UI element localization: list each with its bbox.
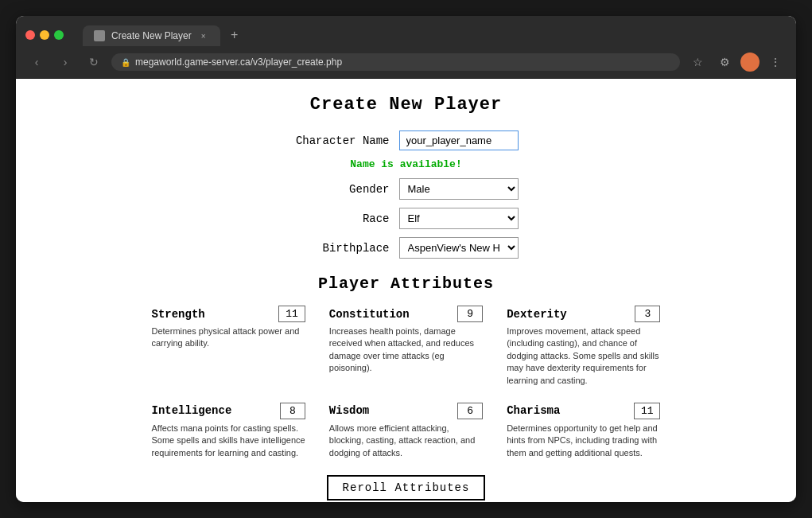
gender-select[interactable]: Male Female — [399, 178, 519, 200]
page-title: Create New Player — [83, 95, 729, 115]
attribute-name-wisdom: Wisdom — [329, 404, 369, 417]
address-text: megaworld.game-server.ca/v3/player_creat… — [135, 56, 342, 68]
form-section: Character Name Name is available! Gender… — [83, 130, 729, 259]
address-bar[interactable]: 🔒 megaworld.game-server.ca/v3/player_cre… — [111, 53, 680, 71]
forward-button[interactable]: › — [54, 51, 76, 73]
tab-close-button[interactable]: × — [198, 30, 209, 41]
attribute-header-dexterity: Dexterity 3 — [507, 306, 660, 322]
minimize-traffic-light[interactable] — [40, 30, 49, 40]
menu-button[interactable]: ⋮ — [764, 51, 787, 73]
attribute-value-dexterity: 3 — [635, 306, 660, 322]
browser-chrome: Create New Player × + ‹ › ↻ 🔒 megaworld.… — [16, 16, 796, 79]
attribute-header-strength: Strength 11 — [152, 306, 305, 322]
attribute-block-constitution: Constitution 9 Increases health points, … — [329, 306, 483, 387]
attribute-value-strength: 11 — [278, 306, 305, 322]
birthplace-label: Birthplace — [294, 242, 390, 255]
attribute-desc-wisdom: Allows more efficient attacking, blockin… — [329, 423, 483, 459]
race-select[interactable]: Human Elf Dwarf Orc — [399, 208, 519, 229]
attribute-desc-constitution: Increases health points, damage received… — [329, 325, 483, 375]
browser-window: Create New Player × + ‹ › ↻ 🔒 megaworld.… — [16, 16, 796, 502]
attribute-value-wisdom: 6 — [457, 403, 483, 419]
attribute-name-constitution: Constitution — [329, 308, 410, 321]
reload-button[interactable]: ↻ — [83, 51, 105, 73]
buttons-section: Reroll Attributes ⚄⚄ Next --> — [83, 475, 729, 502]
attribute-name-strength: Strength — [152, 308, 205, 321]
attribute-desc-dexterity: Improves movement, attack speed (includi… — [507, 325, 660, 387]
attribute-desc-charisma: Determines opportunity to get help and h… — [507, 423, 660, 459]
gender-row: Gender Male Female — [83, 178, 729, 200]
browser-outer: Create New Player × + ‹ › ↻ 🔒 megaworld.… — [0, 0, 812, 518]
attribute-block-charisma: Charisma 11 Determines opportunity to ge… — [507, 403, 660, 459]
attribute-desc-strength: Determines physical attack power and car… — [152, 325, 305, 350]
attribute-value-charisma: 11 — [634, 403, 661, 419]
attribute-name-intelligence: Intelligence — [152, 404, 232, 417]
gender-label: Gender — [294, 183, 390, 196]
attribute-header-constitution: Constitution 9 — [329, 306, 483, 322]
birthplace-row: Birthplace AspenView's New Her… — [83, 237, 729, 259]
attribute-name-dexterity: Dexterity — [507, 308, 567, 321]
tab-bar: Create New Player × + — [83, 24, 787, 46]
attribute-block-wisdom: Wisdom 6 Allows more efficient attacking… — [329, 403, 483, 459]
attribute-header-intelligence: Intelligence 8 — [152, 403, 305, 419]
reroll-attributes-button[interactable]: Reroll Attributes — [327, 475, 486, 500]
traffic-lights — [25, 30, 64, 40]
extensions-button[interactable]: ⚙ — [713, 51, 736, 73]
attribute-value-constitution: 9 — [457, 306, 483, 322]
page-content: Create New Player Character Name Name is… — [51, 79, 761, 502]
lock-icon: 🔒 — [121, 58, 130, 67]
birthplace-select[interactable]: AspenView's New Her… — [399, 237, 519, 259]
character-name-row: Character Name — [83, 130, 729, 150]
name-available-message: Name is available! — [350, 158, 461, 170]
race-row: Race Human Elf Dwarf Orc — [83, 208, 729, 229]
attribute-block-strength: Strength 11 Determines physical attack p… — [152, 306, 305, 387]
attribute-block-intelligence: Intelligence 8 Affects mana points for c… — [152, 403, 305, 459]
page-scroll: Create New Player Character Name Name is… — [16, 79, 796, 502]
tab-title-text: Create New Player — [111, 30, 192, 41]
maximize-traffic-light[interactable] — [54, 30, 64, 40]
nav-actions: ☆ ⚙ ⋮ — [686, 51, 787, 73]
active-tab[interactable]: Create New Player × — [83, 25, 220, 46]
title-bar: Create New Player × + — [16, 16, 796, 46]
attributes-grid: Strength 11 Determines physical attack p… — [152, 306, 661, 459]
attribute-header-charisma: Charisma 11 — [507, 403, 660, 419]
character-name-label: Character Name — [294, 134, 390, 147]
race-label: Race — [294, 212, 390, 225]
tab-favicon — [94, 30, 105, 41]
new-tab-button[interactable]: + — [223, 24, 246, 46]
attribute-block-dexterity: Dexterity 3 Improves movement, attack sp… — [507, 306, 660, 387]
close-traffic-light[interactable] — [25, 30, 35, 40]
nav-bar: ‹ › ↻ 🔒 megaworld.game-server.ca/v3/play… — [16, 46, 796, 78]
attribute-header-wisdom: Wisdom 6 — [329, 403, 483, 419]
user-avatar[interactable] — [740, 53, 760, 72]
attribute-name-charisma: Charisma — [507, 404, 560, 417]
back-button[interactable]: ‹ — [25, 51, 48, 73]
character-name-input[interactable] — [399, 130, 519, 150]
attributes-title: Player Attributes — [83, 275, 729, 293]
attribute-value-intelligence: 8 — [280, 403, 305, 419]
attribute-desc-intelligence: Affects mana points for casting spells. … — [152, 423, 305, 459]
bookmark-button[interactable]: ☆ — [686, 51, 709, 73]
